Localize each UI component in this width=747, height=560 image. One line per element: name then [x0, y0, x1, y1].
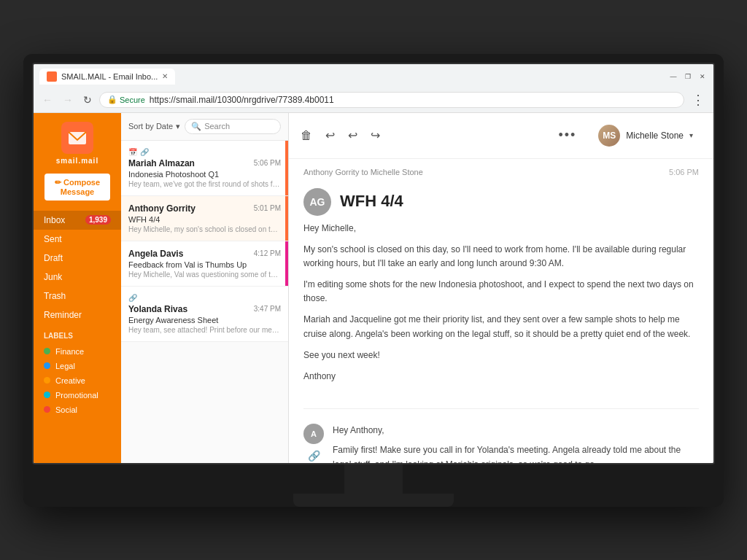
delete-button[interactable]: 🗑	[299, 128, 314, 144]
attachment-icon: 🔗	[128, 294, 137, 302]
email-subject-2: Feedback from Val is Thumbs Up	[128, 260, 281, 269]
window-controls: — ❐ ✕	[668, 71, 708, 82]
reply-avatar: A	[303, 424, 324, 444]
compose-button[interactable]: ✏ Compose Message	[44, 174, 110, 201]
label-creative[interactable]: Creative	[44, 373, 111, 388]
calendar-icon: 📅	[128, 148, 137, 156]
email-icons-3: 🔗	[128, 294, 281, 302]
email-item-0[interactable]: 📅 🔗 Mariah Almazan 5:06 PM Indonesia Pho…	[121, 141, 288, 196]
monitor-stand-neck	[344, 464, 403, 494]
address-bar[interactable]: 🔒 Secure https://smail.mail/10300/nrgdri…	[99, 92, 684, 108]
trash-label: Trash	[44, 291, 66, 301]
labels-title: Labels	[44, 332, 111, 340]
finance-dot	[44, 348, 50, 354]
user-name: Michelle Stone	[626, 131, 684, 141]
sort-arrow-icon: ▾	[176, 122, 180, 131]
creative-label: Creative	[55, 376, 85, 385]
social-label: Social	[55, 405, 77, 414]
email-subject-0: Indonesia Photoshoot Q1	[128, 170, 281, 179]
reply-button[interactable]: ↩	[324, 127, 336, 144]
reply-section: A 🔗 Hey Anthony, Family first! Make sure…	[289, 415, 713, 462]
email-icons-0: 📅 🔗	[128, 148, 281, 156]
labels-section: Labels Finance Legal Creative	[34, 324, 121, 420]
tab-title: SMAIL.MAIL - Email Inbo...	[61, 72, 158, 81]
body-signature: Anthony	[303, 370, 699, 384]
sort-button[interactable]: Sort by Date ▾	[128, 122, 180, 131]
reply-all-button[interactable]: ↩	[347, 127, 359, 144]
browser-titlebar: SMAIL.MAIL - Email Inbo... ✕ — ❐ ✕	[34, 64, 713, 88]
label-legal[interactable]: Legal	[44, 359, 111, 373]
tab-close-button[interactable]: ✕	[162, 72, 168, 80]
email-time-1: 5:01 PM	[254, 204, 281, 212]
finance-label: Finance	[55, 347, 84, 356]
browser-chrome: SMAIL.MAIL - Email Inbo... ✕ — ❐ ✕ ← → ↻…	[34, 64, 713, 113]
close-button[interactable]: ✕	[697, 71, 708, 82]
more-button[interactable]: •••	[557, 126, 578, 144]
reply-divider	[303, 408, 699, 409]
email-item-header-1: Anthony Gorrity 5:01 PM	[128, 203, 281, 214]
sidebar: smail.mail ✏ Compose Message Inbox 1,939…	[34, 113, 121, 463]
reply-avatar-col: A 🔗	[303, 424, 324, 462]
browser-tab[interactable]: SMAIL.MAIL - Email Inbo... ✕	[39, 69, 175, 85]
search-icon: 🔍	[191, 122, 201, 131]
email-item-3[interactable]: 🔗 Yolanda Rivas 3:47 PM Energy Awareness…	[121, 287, 288, 342]
forward-button[interactable]: →	[60, 93, 76, 107]
reminder-label: Reminder	[44, 310, 82, 320]
creative-dot	[44, 377, 50, 384]
avatar: MS	[598, 125, 620, 147]
sidebar-item-junk[interactable]: Junk	[34, 268, 121, 287]
email-time-0: 5:06 PM	[254, 159, 281, 167]
email-item-2[interactable]: Angela Davis 4:12 PM Feedback from Val i…	[121, 241, 288, 287]
maximize-button[interactable]: ❐	[683, 71, 693, 82]
label-promotional[interactable]: Promotional	[44, 388, 111, 402]
detail-user-info: AG WFH 4/4	[289, 176, 713, 222]
email-subject-3: Energy Awareness Sheet	[128, 316, 281, 324]
inbox-label: Inbox	[44, 215, 65, 225]
browser-toolbar: ← → ↻ 🔒 Secure https://smail.mail/10300/…	[34, 88, 713, 112]
detail-from-to: Anthony Gorrity to Michelle Stone	[303, 168, 423, 176]
sidebar-item-trash[interactable]: Trash	[34, 287, 121, 306]
url-text: https://smail.mail/10300/nrgdrive/77389.…	[150, 95, 334, 105]
secure-badge: 🔒 Secure	[107, 95, 145, 104]
email-item-header-2: Angela Davis 4:12 PM	[128, 249, 281, 259]
body-para-0: Hey Michelle,	[303, 222, 699, 236]
app-container: smail.mail ✏ Compose Message Inbox 1,939…	[34, 113, 713, 463]
detail-avatar: AG	[303, 188, 331, 216]
body-para-3: Mariah and Jacqueline got me their prior…	[303, 313, 699, 341]
body-para-4: See you next week!	[303, 349, 699, 362]
body-para-2: I'm editing some shots for the new Indon…	[303, 278, 699, 306]
reload-button[interactable]: ↻	[80, 93, 95, 107]
email-list-header: Sort by Date ▾ 🔍 Search	[121, 113, 288, 141]
sidebar-item-draft[interactable]: Draft	[34, 249, 121, 268]
sent-label: Sent	[44, 234, 62, 244]
sidebar-item-reminder[interactable]: Reminder	[34, 306, 121, 324]
back-button[interactable]: ←	[39, 93, 55, 107]
detail-header-row: Anthony Gorrity to Michelle Stone 5:06 P…	[289, 159, 713, 176]
link-icon: 🔗	[140, 148, 149, 156]
reply-body: Hey Anthony, Family first! Make sure you…	[333, 424, 699, 462]
browser-menu-button[interactable]: ⋮	[689, 90, 708, 109]
minimize-button[interactable]: —	[668, 71, 678, 82]
email-time-2: 4:12 PM	[254, 249, 281, 257]
sidebar-item-inbox[interactable]: Inbox 1,939	[34, 211, 121, 230]
user-area: MS Michelle Stone ▾	[588, 119, 703, 152]
detail-meta: WFH 4/4	[340, 192, 699, 212]
label-finance[interactable]: Finance	[44, 344, 111, 359]
tab-favicon	[47, 71, 57, 82]
email-subject-1: WFH 4/4	[128, 215, 281, 224]
reply-para-0: Family first! Make sure you call in for …	[333, 443, 699, 462]
email-item-1[interactable]: Anthony Gorrity 5:01 PM WFH 4/4 Hey Mich…	[121, 196, 288, 241]
inbox-badge: 1,939	[85, 215, 111, 225]
logo-area: smail.mail	[56, 122, 98, 165]
compose-label: ✏ Compose Message	[50, 178, 104, 196]
promotional-dot	[44, 392, 50, 398]
forward-button[interactable]: ↪	[369, 127, 382, 144]
email-detail: 🗑 ↩ ↩ ↪ ••• MS Michelle Stone ▾ Anthony …	[289, 113, 713, 463]
search-box[interactable]: 🔍 Search	[185, 119, 281, 134]
label-social[interactable]: Social	[44, 402, 111, 417]
draft-label: Draft	[44, 253, 63, 263]
sidebar-item-sent[interactable]: Sent	[34, 230, 121, 249]
monitor: SMAIL.MAIL - Email Inbo... ✕ — ❐ ✕ ← → ↻…	[23, 54, 724, 507]
promotional-label: Promotional	[55, 391, 98, 400]
user-dropdown-icon[interactable]: ▾	[689, 131, 693, 139]
